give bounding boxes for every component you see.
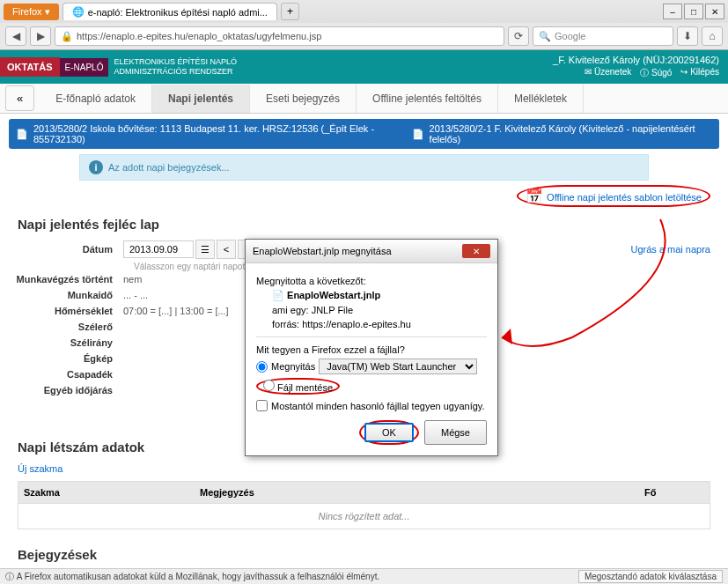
open-with-radio[interactable]: [256, 361, 268, 373]
open-with-select[interactable]: Java(TM) Web Start Launcher (alapértelme…: [319, 359, 477, 374]
url-text: https://enaplo.e-epites.hu/enaplo_oktata…: [77, 31, 321, 41]
messages-link[interactable]: ✉ Üzenetek: [585, 67, 631, 79]
window-max-button[interactable]: □: [684, 4, 703, 19]
main-tabs: « E-főnapló adatok Napi jelentés Eseti b…: [0, 84, 728, 114]
google-icon: 🔍: [539, 31, 551, 42]
table-szakma-head: Szakma Megjegyzés Fő: [18, 481, 710, 504]
sky-label: Égkép: [0, 353, 123, 364]
back-button[interactable]: ◀: [5, 26, 26, 46]
work-done-value: nem: [123, 274, 142, 285]
browser-tab[interactable]: 🌐 e-napló: Elektronikus építési napló ad…: [63, 3, 277, 20]
calendar-button[interactable]: ☰: [195, 240, 215, 259]
lock-icon: 🔒: [61, 31, 73, 42]
badge-oktatas: OKTATÁS: [0, 57, 60, 77]
wind-dir-label: Szélirány: [0, 337, 123, 348]
info-strip: i Az adott napi bejegyzések...: [79, 154, 649, 181]
remember-checkbox[interactable]: [256, 400, 268, 411]
downloads-button[interactable]: ⬇: [677, 26, 698, 46]
doc-icon: [412, 129, 424, 140]
dialog-close-button[interactable]: ✕: [462, 244, 490, 258]
info-icon: ⓘ: [5, 571, 14, 583]
user-name: _F. Kivitelező Károly (NÜJ:200291462): [553, 55, 719, 65]
section-header-fejlec: Napi jelentés fejléc lap: [0, 211, 728, 237]
search-box[interactable]: 🔍 Google: [533, 26, 673, 46]
header-subtitle-2: ADMINISZTRÁCIÓS RENDSZER: [114, 67, 237, 77]
date-label: Dátum: [0, 244, 123, 255]
other-weather-label: Egyéb időjárás: [0, 385, 123, 395]
tab-offline[interactable]: Offline jelentés feltöltés: [357, 85, 498, 113]
calendar-icon: 📅: [526, 189, 543, 203]
worktime-label: Munkaidő: [0, 290, 123, 300]
logout-link[interactable]: ↪ Kilépés: [680, 67, 719, 79]
prev-day-button[interactable]: <: [217, 240, 236, 259]
window-min-button[interactable]: –: [663, 4, 682, 19]
tab-eseti[interactable]: Eseti bejegyzés: [250, 85, 357, 113]
window-close-button[interactable]: ✕: [705, 4, 724, 19]
home-button[interactable]: ⌂: [702, 26, 723, 46]
badge-enaplo: E-NAPLÓ: [60, 58, 109, 77]
tab-mellekletek[interactable]: Mellékletek: [498, 85, 584, 113]
download-dialog: EnaploWebstart.jnlp megnyitása ✕ Megnyit…: [245, 239, 498, 456]
new-szakma-link[interactable]: Új szakma: [0, 460, 80, 477]
status-choose-button[interactable]: Megosztandó adatok kiválasztása: [578, 570, 723, 583]
section-header-bejegyzesek: Bejegyzések: [0, 542, 728, 567]
cancel-button[interactable]: Mégse: [424, 420, 487, 445]
globe-icon: 🌐: [72, 6, 85, 18]
help-link[interactable]: ⓘ Súgó: [640, 67, 672, 79]
date-input[interactable]: [123, 240, 194, 258]
new-tab-button[interactable]: +: [281, 3, 299, 20]
save-file-radio[interactable]: [263, 380, 275, 391]
offline-template-link[interactable]: Offline napi jelentés sablon letöltése: [547, 192, 702, 203]
jnlp-icon: 📄: [272, 290, 284, 300]
tab-napi-jelentes[interactable]: Napi jelentés: [152, 85, 250, 113]
status-bar: ⓘ A Firefox automatikusan adatokat küld …: [0, 568, 728, 584]
app-header: OKTATÁS E-NAPLÓ ELEKTRONIKUS ÉPÍTÉSI NAP…: [0, 50, 728, 84]
dialog-title: EnaploWebstart.jnlp megnyitása: [253, 246, 392, 256]
work-done-label: Munkavégzés történt: [0, 274, 123, 285]
dialog-question: Mit tegyen a Firefox ezzel a fájllal?: [256, 344, 487, 355]
reload-button[interactable]: ⟳: [508, 26, 529, 46]
doc-icon: [16, 129, 28, 140]
collapse-button[interactable]: «: [5, 85, 34, 111]
dialog-filename: EnaploWebstart.jnlp: [287, 290, 380, 300]
wind-strength-label: Szélerő: [0, 322, 123, 332]
header-subtitle-1: ELEKTRONIKUS ÉPÍTÉSI NAPLÓ: [114, 57, 237, 67]
table-szakma-empty: Nincs rögzített adat...: [18, 504, 710, 529]
temp-value: 07:00 = [...] | 13:00 = [...]: [123, 306, 229, 316]
forward-button[interactable]: ▶: [30, 26, 51, 46]
ok-button[interactable]: OK: [364, 423, 414, 442]
info-icon: i: [89, 160, 103, 174]
firefox-menu-button[interactable]: Firefox ▾: [4, 4, 59, 20]
tab-fonaplo[interactable]: E-főnapló adatok: [40, 85, 152, 113]
context-bar: 2013/5280/2 Iskola bővítése: 1113 Budape…: [9, 119, 719, 149]
worktime-value: ... - ...: [123, 290, 148, 300]
address-bar[interactable]: 🔒 https://enaplo.e-epites.hu/enaplo_okta…: [55, 26, 504, 46]
tab-title: e-napló: Elektronikus építési napló admi…: [88, 7, 268, 18]
temp-label: Hőmérséklet: [0, 306, 123, 316]
precip-label: Csapadék: [0, 369, 123, 380]
dialog-opened-text: Megnyitotta a következőt:: [256, 276, 487, 286]
jump-today-link[interactable]: Ugrás a mai napra: [631, 244, 711, 255]
